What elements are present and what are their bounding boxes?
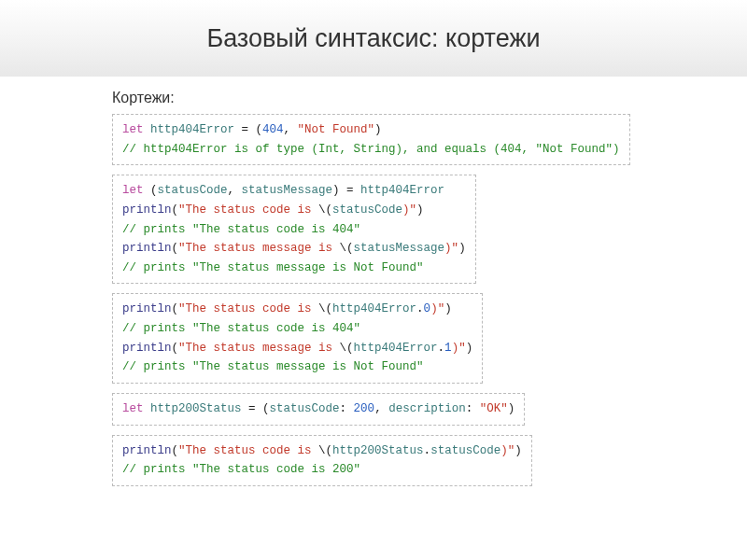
slide-content: Кортежи: let http404Error = (404, "Not F… (0, 77, 747, 496)
slide-title: Базовый синтаксис: кортежи (0, 0, 747, 77)
function-call: println (122, 203, 172, 217)
code-block-5: println("The status code is \(http200Sta… (112, 435, 532, 486)
keyword-let: let (122, 123, 144, 136)
comment: // http404Error is of type (Int, String)… (122, 143, 620, 156)
code-block-1: let http404Error = (404, "Not Found") //… (112, 114, 630, 165)
code-block-4: let http200Status = (statusCode: 200, de… (112, 393, 525, 426)
title-text: Базовый синтаксис: кортежи (206, 24, 540, 53)
code-block-3: println("The status code is \(http404Err… (112, 293, 483, 384)
code-block-2: let (statusCode, statusMessage) = http40… (112, 175, 476, 284)
identifier: http404Error (150, 123, 234, 136)
subheading: Кортежи: (112, 90, 747, 106)
number-literal: 404 (262, 123, 284, 136)
string-literal: "Not Found" (298, 123, 375, 136)
